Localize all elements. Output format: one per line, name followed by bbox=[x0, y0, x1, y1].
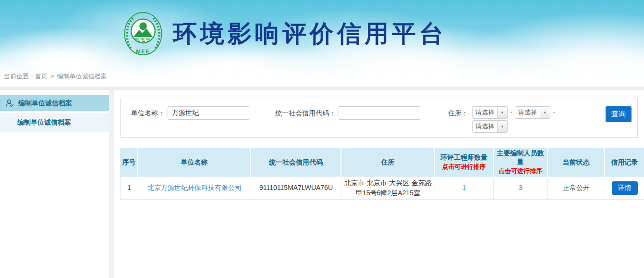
sidebar-content-divider bbox=[109, 90, 114, 278]
address-line-1: 北京市-北京市-大兴区-金苑路 bbox=[342, 178, 434, 188]
logo-sun bbox=[139, 23, 147, 30]
content: 单位名称： 统一社会信用代码： 住所： 请选择 ▼ - bbox=[120, 90, 644, 200]
main: 编制单位诚信档案 编制单位诚信档案 单位名称： 统一社会信用代码： 住所： bbox=[0, 90, 644, 278]
engineer-count-link[interactable]: 1 bbox=[462, 184, 466, 191]
chevron-down-icon[interactable]: ▼ bbox=[497, 107, 507, 118]
address-city-select[interactable]: 请选择 ▼ bbox=[515, 106, 550, 119]
results-table: 序号 单位名称 统一社会信用代码 住所 环评工程师数量 点击可进行排序 主要编制… bbox=[120, 148, 644, 200]
detail-button[interactable]: 详情 bbox=[612, 181, 638, 195]
page: MEE 环境影响评价信用平台 当前位置：首页>编制单位诚信档案 编制单位诚信档案… bbox=[0, 0, 644, 278]
credit-code-input[interactable] bbox=[339, 106, 420, 120]
cell-credit-code: 91110115MA7LWUA76U bbox=[251, 177, 341, 199]
sort-hint: 点击可进行排序 bbox=[436, 163, 492, 171]
address-city-value: 请选择 bbox=[515, 107, 540, 118]
breadcrumb-home-link[interactable]: 首页 bbox=[35, 73, 48, 80]
breadcrumb-prefix: 当前位置： bbox=[4, 73, 35, 80]
cell-index: 1 bbox=[121, 177, 138, 199]
table-row: 1 北京万源世纪环保科技有限公司 91110115MA7LWUA76U 北京市-… bbox=[121, 177, 644, 199]
sidebar-subitem-label: 编制单位诚信档案 bbox=[17, 118, 71, 127]
cell-credit-record: 详情 bbox=[605, 177, 644, 199]
chevron-down-icon[interactable]: ▼ bbox=[540, 107, 550, 118]
cell-unit-name: 北京万源世纪环保科技有限公司 bbox=[138, 177, 251, 199]
sidebar: 编制单位诚信档案 编制单位诚信档案 bbox=[0, 90, 109, 132]
unit-name-link[interactable]: 北京万源世纪环保科技有限公司 bbox=[147, 184, 242, 191]
col-credit-code: 统一社会信用代码 bbox=[251, 148, 341, 177]
site-header: MEE 环境影响评价信用平台 当前位置：首页>编制单位诚信档案 bbox=[0, 0, 644, 87]
breadcrumb-separator: > bbox=[50, 73, 54, 80]
logo-mee-text: MEE bbox=[136, 49, 150, 54]
cell-address: 北京市-北京市-大兴区-金苑路 甲15号6幢2层A215室 bbox=[341, 177, 435, 199]
col-status: 当前状态 bbox=[548, 148, 605, 177]
col-credit-record: 信用记录 bbox=[605, 148, 644, 177]
unit-name-label: 单位名称： bbox=[131, 106, 165, 120]
col-staff-count-label: 主要编制人员数量 bbox=[495, 149, 546, 166]
cell-status: 正常公开 bbox=[548, 177, 605, 199]
breadcrumb: 当前位置：首页>编制单位诚信档案 bbox=[4, 72, 107, 81]
address-district-select[interactable]: 请选择 ▼ bbox=[472, 120, 508, 133]
address-selects: 请选择 ▼ - 请选择 ▼ - 请选择 bbox=[472, 106, 557, 133]
address-label: 住所： bbox=[448, 106, 468, 120]
col-address: 住所 bbox=[341, 148, 435, 177]
col-unit-name: 单位名称 bbox=[138, 148, 251, 177]
header-divider bbox=[0, 87, 644, 90]
site-title: 环境影响评价信用平台 bbox=[173, 11, 447, 57]
staff-count-link[interactable]: 3 bbox=[519, 184, 522, 191]
select-dash: - bbox=[510, 106, 512, 119]
breadcrumb-current-link[interactable]: 编制单位诚信档案 bbox=[57, 73, 107, 80]
address-line-2: 甲15号6幢2层A215室 bbox=[342, 188, 434, 198]
unit-name-input[interactable] bbox=[168, 106, 249, 120]
cell-engineer-count: 1 bbox=[435, 177, 494, 199]
search-form-row: 单位名称： 统一社会信用代码： 住所： 请选择 ▼ - bbox=[121, 106, 637, 133]
sidebar-subitem-unit-credit-archive[interactable]: 编制单位诚信档案 bbox=[0, 113, 109, 132]
sidebar-item-label: 编制单位诚信档案 bbox=[18, 99, 72, 108]
search-panel: 单位名称： 统一社会信用代码： 住所： 请选择 ▼ - bbox=[120, 98, 638, 138]
address-province-value: 请选择 bbox=[473, 107, 497, 118]
col-engineer-count-label: 环评工程师数量 bbox=[436, 153, 492, 162]
col-staff-count-sortable[interactable]: 主要编制人员数量 点击可进行排序 bbox=[494, 148, 548, 177]
col-engineer-count-sortable[interactable]: 环评工程师数量 点击可进行排序 bbox=[435, 148, 494, 177]
cell-staff-count: 3 bbox=[494, 177, 548, 199]
sort-hint: 点击可进行排序 bbox=[495, 167, 546, 176]
address-province-select[interactable]: 请选择 ▼ bbox=[472, 106, 508, 119]
table-header-row: 序号 单位名称 统一社会信用代码 住所 环评工程师数量 点击可进行排序 主要编制… bbox=[121, 148, 644, 177]
credit-code-label: 统一社会信用代码： bbox=[275, 106, 336, 120]
user-check-icon bbox=[5, 99, 14, 108]
chevron-down-icon[interactable]: ▼ bbox=[497, 121, 507, 132]
select-dash: - bbox=[553, 106, 555, 119]
sidebar-item-unit-credit-archive[interactable]: 编制单位诚信档案 bbox=[0, 95, 109, 111]
mee-logo: MEE bbox=[121, 11, 165, 57]
query-button[interactable]: 查询 bbox=[606, 106, 632, 122]
brand: MEE 环境影响评价信用平台 bbox=[121, 11, 447, 57]
address-district-value: 请选择 bbox=[473, 121, 497, 132]
col-index: 序号 bbox=[121, 148, 138, 177]
